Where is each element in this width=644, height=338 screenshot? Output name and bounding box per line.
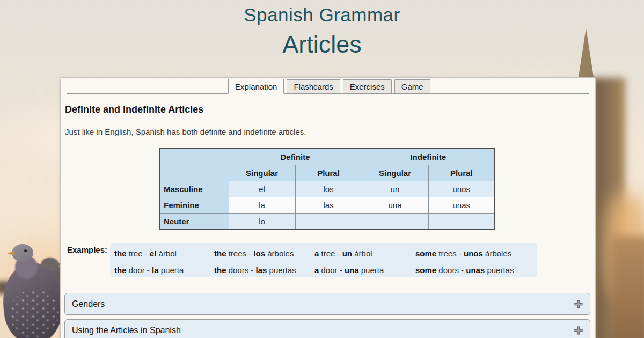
example-item: some trees - unos árboles	[415, 249, 537, 258]
accordion-genders[interactable]: Genders	[64, 293, 590, 315]
group-header-definite: Definite	[229, 149, 362, 165]
example-item: the trees - los árboles	[214, 249, 314, 258]
table-cell: lo	[229, 214, 295, 230]
table-sub-header-row: Singular Plural Singular Plural	[160, 165, 495, 181]
table-corner-cell	[160, 165, 229, 181]
section-heading: Definite and Indefinite Articles	[65, 104, 203, 115]
table-cell: la	[229, 197, 295, 214]
accordion-title: Genders	[72, 299, 105, 309]
pigeon-front	[1, 261, 64, 338]
table-cell: los	[295, 181, 362, 197]
tower-silhouette	[592, 78, 625, 338]
expand-plus-icon[interactable]	[574, 300, 583, 308]
examples-box: the tree - el árbol the trees - los árbo…	[110, 243, 537, 277]
table-cell: un	[362, 181, 428, 197]
sub-header: Singular	[229, 165, 295, 181]
table-row-neuter: Neuter lo	[160, 214, 495, 230]
accordion-title: Using the Articles in Spanish	[72, 326, 181, 335]
section-intro: Just like in English, Spanish has both d…	[65, 127, 306, 136]
page-title: Articles	[0, 31, 644, 58]
tab-game[interactable]: Game	[394, 79, 430, 94]
sub-header: Singular	[362, 165, 428, 181]
example-item: the door - la puerta	[114, 266, 214, 275]
table-cell	[362, 214, 428, 230]
tab-flashcards[interactable]: Flashcards	[287, 79, 340, 94]
example-item: the doors - las puertas	[214, 266, 314, 275]
pigeon-front-neck	[15, 255, 38, 279]
pigeon-back-head	[41, 258, 59, 272]
table-cell: las	[295, 197, 362, 214]
table-cell	[295, 214, 362, 230]
table-corner-cell	[160, 149, 229, 165]
sub-header: Plural	[295, 165, 362, 181]
buildings-silhouette	[610, 236, 644, 338]
examples-label: Examples:	[67, 245, 107, 254]
site-title: Spanish Grammar	[0, 4, 644, 26]
accordion-using-articles[interactable]: Using the Articles in Spanish	[64, 319, 590, 338]
table-group-header-row: Definite Indefinite	[160, 149, 495, 165]
articles-table: Definite Indefinite Singular Plural Sing…	[159, 148, 495, 230]
table-cell	[428, 214, 495, 230]
table-row-feminine: Feminine la las una unas	[160, 197, 495, 214]
example-item: some doors - unas puertas	[415, 266, 537, 275]
row-label: Feminine	[160, 197, 229, 214]
content-card: Explanation Flashcards Exercises Game De…	[60, 77, 596, 338]
pigeon-front-head	[12, 244, 33, 262]
page: Spanish Grammar Articles Explanation Fla…	[0, 0, 644, 338]
pigeon-beak	[6, 250, 16, 256]
tower-glow	[605, 193, 644, 300]
tabs: Explanation Flashcards Exercises Game	[228, 79, 430, 94]
example-item: a door - una puerta	[314, 266, 415, 275]
tab-explanation[interactable]: Explanation	[228, 79, 284, 94]
tab-exercises[interactable]: Exercises	[343, 79, 392, 94]
ledge-shadow	[0, 281, 63, 294]
table-row-masculine: Masculine el los un unos	[160, 181, 495, 197]
table-cell: el	[229, 181, 295, 197]
pigeon-front-speckles	[10, 290, 59, 338]
row-label: Masculine	[160, 181, 229, 197]
pigeon-eye	[24, 249, 27, 252]
table-cell: unas	[428, 197, 495, 214]
table-cell: unos	[428, 181, 495, 197]
group-header-indefinite: Indefinite	[362, 149, 495, 165]
example-item: the tree - el árbol	[114, 249, 214, 258]
expand-plus-icon[interactable]	[574, 326, 583, 335]
tab-bar: Explanation Flashcards Exercises Game	[67, 79, 589, 94]
row-label: Neuter	[160, 214, 229, 230]
sub-header: Plural	[428, 165, 495, 181]
table-cell: una	[362, 197, 428, 214]
example-item: a tree - un árbol	[314, 249, 415, 258]
